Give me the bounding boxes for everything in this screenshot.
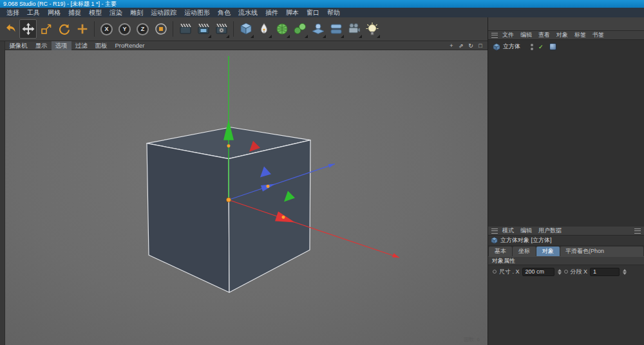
viewport-menu-cameras[interactable]: 摄像机 xyxy=(5,41,32,50)
last-tool-button[interactable] xyxy=(73,19,91,39)
menubar-item-render[interactable]: 渲染 xyxy=(106,8,126,17)
menubar-item-help[interactable]: 帮助 xyxy=(323,8,344,17)
zoom-view-icon[interactable]: ⇗ xyxy=(457,42,465,50)
size-x-label: 尺寸 . X xyxy=(499,268,520,276)
menubar-item-model[interactable]: 模型 xyxy=(85,8,106,17)
window-titlebar[interactable]: 9.068 Studio (RC - R19) - [未标题 1 *] - 主要 xyxy=(0,0,644,8)
axis-x-lock-button[interactable]: X xyxy=(98,19,115,39)
move-tool-icon xyxy=(21,22,35,36)
add-array-button[interactable] xyxy=(291,19,308,39)
scale-tool-button[interactable] xyxy=(37,19,55,39)
menubar-item-mograph[interactable]: 运动图形 xyxy=(180,8,214,17)
cinema4d-window: 9.068 Studio (RC - R19) - [未标题 1 *] - 主要… xyxy=(0,0,644,345)
z-axis-arrowhead xyxy=(328,164,336,168)
segments-x-field[interactable]: 1 xyxy=(590,268,620,276)
y-axis-modify-dot[interactable] xyxy=(227,144,231,147)
menubar-item-tools[interactable]: 工具 xyxy=(23,8,44,17)
x-axis-modify-dot[interactable] xyxy=(282,216,285,219)
add-light-button[interactable] xyxy=(363,19,381,39)
om-menu-bookmarks[interactable]: 书签 xyxy=(589,31,607,39)
size-x-field[interactable]: 200 cm xyxy=(522,268,554,276)
tab-object[interactable]: 对象 xyxy=(536,247,560,256)
add-camera-button[interactable] xyxy=(345,19,363,39)
visibility-dots[interactable] xyxy=(531,44,533,50)
viewport-canvas[interactable]: 面数: 6 xyxy=(5,50,488,345)
add-floor-button[interactable] xyxy=(309,19,327,39)
tab-basic[interactable]: 基本 xyxy=(489,247,512,256)
object-manager-menubar: 文件 编辑 查看 对象 标签 书签 xyxy=(488,31,644,40)
keyframe-dot-icon[interactable] xyxy=(564,270,568,274)
am-menu-user-data[interactable]: 用户数据 xyxy=(535,227,565,235)
size-x-stepper[interactable] xyxy=(558,269,562,275)
toolbar-separator xyxy=(173,21,173,37)
menubar-item-script[interactable]: 脚本 xyxy=(282,8,303,17)
rotate-tool-button[interactable] xyxy=(55,19,73,39)
object-properties-header[interactable]: 对象属性 xyxy=(488,256,644,265)
menubar-item-sculpt[interactable]: 雕刻 xyxy=(126,8,147,17)
om-menu-view[interactable]: 查看 xyxy=(535,31,553,39)
menubar-item-plugins[interactable]: 插件 xyxy=(261,8,282,17)
render-view-button[interactable] xyxy=(176,19,194,39)
om-menu-file[interactable]: 文件 xyxy=(499,31,517,39)
menubar-item-select[interactable]: 选择 xyxy=(3,8,23,17)
panel-menu-icon[interactable] xyxy=(491,33,498,38)
menubar-item-motion-tracker[interactable]: 运动跟踪 xyxy=(147,8,180,17)
coordinate-system-button[interactable] xyxy=(152,19,169,39)
segments-x-label: 分段 X xyxy=(571,268,588,276)
render-visibility-dot xyxy=(531,48,533,50)
attribute-manager: 模式 编辑 用户数据 立方体对象 [立方体] 基本 坐标 对象 xyxy=(488,227,644,345)
keyframe-dot-icon[interactable] xyxy=(493,270,497,274)
menubar-item-window[interactable]: 窗口 xyxy=(303,8,323,17)
menubar-item-mesh[interactable]: 网格 xyxy=(44,8,64,17)
spinner-up-icon xyxy=(623,269,627,272)
tab-coordinates[interactable]: 坐标 xyxy=(513,247,536,256)
tab-phong[interactable]: 平滑着色(Phon xyxy=(560,247,643,256)
add-subdivision-surface-button[interactable] xyxy=(273,19,290,39)
object-name[interactable]: 立方体 xyxy=(503,42,520,51)
segments-x-stepper[interactable] xyxy=(623,269,627,275)
om-menu-objects[interactable]: 对象 xyxy=(553,31,571,39)
render-to-picture-viewer-icon xyxy=(196,22,211,36)
axis-y-lock-button[interactable]: Y xyxy=(116,19,133,39)
render-settings-icon xyxy=(214,22,229,36)
spline-pen-icon xyxy=(257,22,271,36)
move-tool-button[interactable] xyxy=(19,19,37,39)
viewport-menu-display[interactable]: 显示 xyxy=(32,41,52,50)
gizmo-center-handle[interactable] xyxy=(227,198,231,202)
viewport-menu-panel[interactable]: 面板 xyxy=(91,41,111,50)
viewport-menu-filter[interactable]: 过滤 xyxy=(71,41,91,50)
add-spline-button[interactable] xyxy=(255,19,272,39)
menubar-item-pipeline[interactable]: 流水线 xyxy=(234,8,261,17)
rotate-view-icon[interactable]: ↻ xyxy=(467,42,475,50)
om-menu-tags[interactable]: 标签 xyxy=(571,31,589,39)
cube-right-face[interactable] xyxy=(229,140,310,292)
object-enabled-check-icon[interactable]: ✓ xyxy=(538,44,544,50)
maximize-view-icon[interactable]: □ xyxy=(477,42,484,50)
object-manager-tree[interactable]: 立方体 ✓ xyxy=(488,40,644,227)
panel-options-icon[interactable] xyxy=(634,228,641,234)
light-icon xyxy=(365,22,379,36)
add-sky-button[interactable] xyxy=(327,19,345,39)
am-menu-mode[interactable]: 模式 xyxy=(499,227,517,235)
am-menu-edit[interactable]: 编辑 xyxy=(517,227,535,235)
render-to-picture-viewer-button[interactable] xyxy=(194,19,212,39)
cube-left-face[interactable] xyxy=(147,144,229,292)
object-row-cube[interactable]: 立方体 ✓ xyxy=(488,42,644,51)
attribute-object-title: 立方体对象 [立方体] xyxy=(500,236,552,245)
menubar-item-character[interactable]: 角色 xyxy=(214,8,234,17)
camera-icon xyxy=(347,22,361,36)
menubar-item-snap[interactable]: 捕捉 xyxy=(64,8,85,17)
primitive-cube-icon xyxy=(239,22,253,36)
phong-tag-icon[interactable] xyxy=(549,43,556,50)
viewport-menu-prorender[interactable]: ProRender xyxy=(111,41,149,50)
om-menu-edit[interactable]: 编辑 xyxy=(517,31,535,39)
axis-z-lock-button[interactable]: Z xyxy=(134,19,151,39)
render-settings-button[interactable] xyxy=(213,19,230,39)
undo-button[interactable] xyxy=(1,19,19,39)
z-axis-modify-dot[interactable] xyxy=(267,185,270,188)
viewport-menu-options[interactable]: 选项 xyxy=(52,41,71,50)
add-cube-button[interactable] xyxy=(237,19,254,39)
perspective-viewport: 摄像机 显示 选项 过滤 面板 ProRender + ⇗ ↻ □ xyxy=(5,41,488,345)
panel-menu-icon[interactable] xyxy=(491,228,498,234)
pan-view-icon[interactable]: + xyxy=(448,42,455,50)
